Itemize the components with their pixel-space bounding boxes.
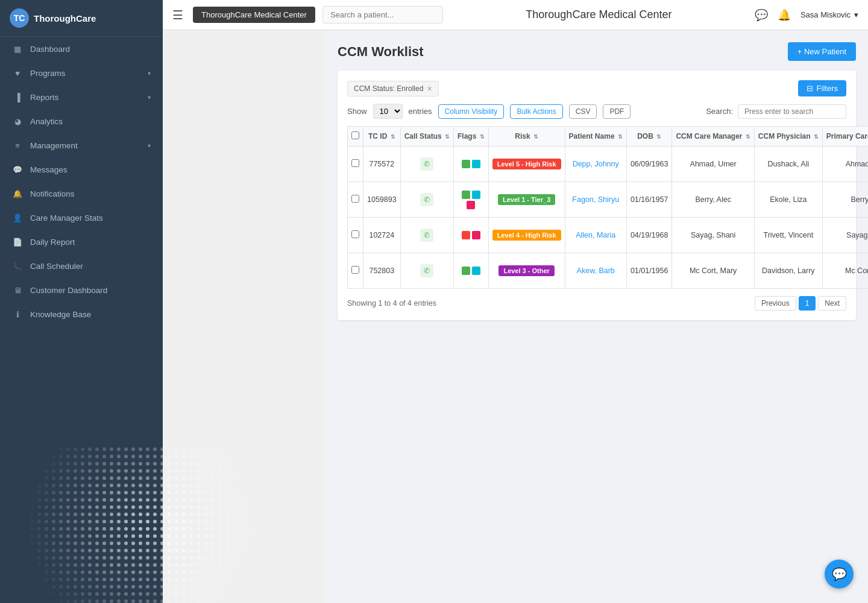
filter-remove-icon[interactable]: × [427,84,432,93]
filters-button[interactable]: ⊟ Filters [798,80,846,96]
th-risk[interactable]: Risk ⇅ [488,127,565,147]
cell-checkbox [348,182,363,218]
sidebar-item-label: Messages [30,165,68,174]
th-tc-id[interactable]: TC ID ⇅ [363,127,401,147]
flags-container [458,267,485,275]
bulk-actions-button[interactable]: Bulk Actions [510,104,562,119]
flags-container [458,231,485,239]
search-input[interactable] [322,6,443,24]
row-checkbox[interactable] [351,266,359,274]
column-visibility-button[interactable]: Column Visibility [438,104,505,119]
call-status-icon[interactable]: ✆ [420,264,433,277]
sidebar-item-label: Programs [30,69,66,78]
call-status-icon[interactable]: ✆ [420,157,433,171]
cell-dob: 01/16/1957 [626,182,672,218]
th-call-status[interactable]: Call Status ⇅ [400,127,453,147]
th-dob[interactable]: DOB ⇅ [626,127,672,147]
sidebar-item-analytics[interactable]: ◕ Analytics [0,109,163,133]
flag-dot [462,191,470,199]
call-status-icon[interactable]: ✆ [420,229,433,242]
user-menu[interactable]: Sasa Miskovic ▾ [800,10,858,19]
sidebar-item-label: Reports [30,93,58,102]
flag-dot [462,231,470,239]
sidebar-item-management[interactable]: ≡ Management ▾ [0,133,163,157]
cell-tc-id: 102724 [363,218,401,253]
user-name: Sasa Miskovic [800,10,851,19]
programs-icon: ♥ [12,68,23,78]
chat-fab-icon: 💬 [832,567,847,581]
sidebar-item-reports[interactable]: ▐ Reports ▾ [0,85,163,109]
cell-primary-care-manager: Sayag, Shani [822,218,868,253]
row-checkbox[interactable] [351,159,359,167]
pdf-button[interactable]: PDF [603,104,631,119]
sidebar-item-messages[interactable]: 💬 Messages [0,157,163,182]
cell-tc-id: 752803 [363,253,401,289]
patient-link[interactable]: Fagon, Shiryu [572,195,619,204]
cell-risk: Level 5 - High Risk [488,147,565,182]
th-flags[interactable]: Flags ⇅ [454,127,489,147]
sort-icon: ⇅ [391,134,395,140]
flag-dot [472,191,480,199]
th-ccm-physician[interactable]: CCM Physician ⇅ [754,127,822,147]
call-status-icon[interactable]: ✆ [420,193,433,206]
chat-icon[interactable]: 💬 [755,8,768,22]
pagination-next[interactable]: Next [818,296,846,311]
sidebar-item-label: Dashboard [30,45,70,54]
cell-tc-id: 1059893 [363,182,401,218]
cell-ccm-care-manager: Ahmad, Umer [672,147,754,182]
sidebar-item-knowledge-base[interactable]: ℹ Knowledge Base [0,302,163,326]
table-row: 1059893 ✆ Level 1 - Tier_3 Fagon, Shiryu… [348,182,869,218]
analytics-icon: ◕ [12,116,23,127]
cell-ccm-physician: Dushack, Ali [754,147,822,182]
search-control: Search: [706,104,846,119]
row-checkbox[interactable] [351,230,359,238]
csv-button[interactable]: CSV [569,104,597,119]
th-ccm-care-manager[interactable]: CCM Care Manager ⇅ [672,127,754,147]
chat-fab[interactable]: 💬 [825,560,854,589]
sidebar-item-dashboard[interactable]: ▦ Dashboard [0,37,163,61]
sidebar-item-daily-report[interactable]: 📄 Daily Report [0,230,163,254]
new-patient-button[interactable]: + New Patient [788,42,856,61]
table-controls: Show 10 25 50 entries Column Visibility … [347,104,846,119]
flags-container [458,160,485,168]
table-body: 775572 ✆ Level 5 - High Risk Depp, Johnn… [348,147,869,289]
sidebar-item-call-scheduler[interactable]: 📞 Call Scheduler [0,254,163,278]
sidebar-item-programs[interactable]: ♥ Programs ▾ [0,61,163,85]
cell-flags [454,218,489,253]
sidebar-item-label: Call Scheduler [30,262,83,271]
cell-ccm-care-manager: Berry, Alec [672,182,754,218]
entries-label: entries [409,107,432,116]
call-scheduler-icon: 📞 [12,260,23,271]
pagination-page1[interactable]: 1 [799,296,816,311]
select-all-checkbox[interactable] [351,131,359,139]
hamburger-icon[interactable]: ☰ [172,8,183,22]
table-search-input[interactable] [738,104,846,119]
entries-select[interactable]: 10 25 50 [373,104,403,119]
notification-bell-icon[interactable]: 🔔 [778,8,791,22]
chevron-down-icon: ▾ [148,142,151,149]
patient-link[interactable]: Depp, Johnny [573,160,619,168]
row-checkbox[interactable] [351,195,359,203]
flag-dot [462,160,470,168]
sidebar-item-notifications[interactable]: 🔔 Notifications [0,182,163,206]
org-button[interactable]: ThoroughCare Medical Center [193,7,315,23]
cell-ccm-physician: Trivett, Vincent [754,218,822,253]
filter-tag-label: CCM Status: Enrolled [354,84,423,93]
sidebar-item-care-manager-stats[interactable]: 👤 Care Manager Stats [0,206,163,230]
sort-icon: ⇅ [814,134,819,140]
care-manager-stats-icon: 👤 [12,212,23,223]
th-patient-name[interactable]: Patient Name ⇅ [565,127,626,147]
table-footer: Showing 1 to 4 of 4 entries Previous 1 N… [347,296,846,311]
sidebar: TC ThoroughCare ▦ Dashboard ♥ Programs ▾… [0,0,163,603]
th-primary-care-manager[interactable]: Primary Care Manager ⇅ [822,127,868,147]
patient-link[interactable]: Allen, Maria [576,231,615,239]
cell-risk: Level 3 - Other [488,253,565,289]
search-label: Search: [706,107,733,116]
filter-tag: CCM Status: Enrolled × [347,81,439,96]
patient-link[interactable]: Akew, Barb [577,267,615,275]
pagination-previous[interactable]: Previous [755,296,796,311]
filter-row: CCM Status: Enrolled × ⊟ Filters [347,80,846,96]
sort-icon: ⇅ [533,134,538,140]
sidebar-item-customer-dashboard[interactable]: 🖥 Customer Dashboard [0,278,163,302]
page-header: CCM Worklist + New Patient [338,42,856,61]
